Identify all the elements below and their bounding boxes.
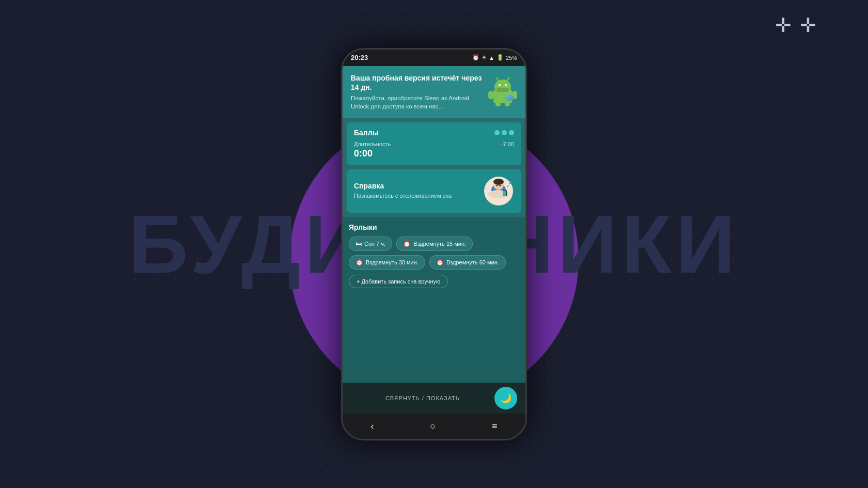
help-card[interactable]: Справка Познакомьтесь с отслеживанием сн… [347,169,521,213]
signal-icon: ▲ [489,55,494,61]
phone-frame: 20:23 ⏰ ☀ ▲ 🔋 25% Ваша пробная версия ис… [341,48,527,440]
score-dot-3 [509,130,514,135]
shortcut-nap-30[interactable]: ⏰ Вздремнуть 30 мин. [349,255,425,270]
scores-duration-row: Длительность 0:00 -7:00 [354,141,514,159]
help-title: Справка [354,182,478,190]
shortcut-nap-15[interactable]: ⏰ Вздремнуть 15 мин. [396,237,473,251]
status-time: 20:23 [351,54,368,61]
battery-icon: 🔋 [497,54,504,61]
svg-point-16 [493,179,504,185]
add-sleep-record-button[interactable]: + Добавить запись сна вручную [349,275,448,288]
mascot-svg [488,77,517,106]
collapse-text: СВЕРНУТЬ / ПОКАЗАТЬ [351,395,494,401]
svg-point-12 [505,94,510,98]
help-text: Справка Познакомьтесь с отслеживанием сн… [354,182,478,200]
plus-icon-1[interactable]: ✛ [775,15,792,35]
sleep-fab-button[interactable]: 🌙 [494,387,517,410]
recents-button[interactable]: ≡ [482,419,508,434]
scores-title: Баллы [354,129,379,137]
scores-card[interactable]: Баллы Длительность 0:00 -7:00 [347,122,521,165]
bottom-bar: СВЕРНУТЬ / ПОКАЗАТЬ 🌙 [343,383,525,414]
svg-rect-19 [503,191,506,196]
home-button[interactable]: ○ [420,419,446,434]
duration-value: -7:00 [501,141,514,147]
bed-icon: 🛏 [355,240,362,247]
score-dot-2 [502,130,507,135]
score-dot-1 [494,130,500,135]
shortcut-nap-30-label: Вздремнуть 30 мин. [366,259,419,265]
status-icons: ⏰ ☀ ▲ 🔋 25% [472,54,517,61]
scores-dots [494,130,514,135]
shortcut-nap-15-label: Вздремнуть 15 мин. [413,241,466,247]
svg-line-5 [507,77,509,81]
shortcuts-grid: 🛏 Сон 7 ч. ⏰ Вздремнуть 15 мин. ⏰ Вздрем… [349,237,519,288]
svg-rect-10 [497,88,509,92]
svg-point-2 [499,84,501,86]
scores-header: Баллы [354,129,514,137]
alarm-nap-30-icon: ⏰ [355,259,363,266]
svg-text:z: z [509,179,512,185]
svg-rect-6 [488,91,493,99]
shortcut-sleep-7h[interactable]: 🛏 Сон 7 ч. [349,237,392,251]
svg-rect-9 [505,102,510,106]
battery-percent: 25% [506,55,517,61]
help-subtitle: Познакомьтесь с отслеживанием сна [354,192,478,200]
sleep-icon-svg: z z [483,176,514,207]
svg-line-4 [496,77,499,81]
screen-content: Ваша пробная версия истечёт через 14 дн.… [343,66,525,414]
status-bar: 20:23 ⏰ ☀ ▲ 🔋 25% [343,50,525,66]
plus-icon-2[interactable]: ✛ [800,15,816,35]
shortcut-nap-60-label: Вздремнуть 60 мин. [446,259,499,265]
alarm-nap-60-icon: ⏰ [436,259,444,266]
shortcuts-title: Ярлыки [349,223,519,231]
alarm-nap-15-icon: ⏰ [403,240,411,247]
alarm-icon: ⏰ [472,54,479,61]
android-mascot [488,77,517,106]
trial-banner[interactable]: Ваша пробная версия истечёт через 14 дн.… [343,66,525,119]
duration-label: Длительность [354,141,391,147]
moon-icon: 🌙 [500,392,512,404]
sleep-tracking-icon: z z [483,176,514,207]
duration-time: 0:00 [354,148,391,159]
brightness-icon: ☀ [482,54,487,61]
svg-rect-8 [495,102,501,106]
back-button[interactable]: ‹ [360,419,384,434]
duration-info: Длительность 0:00 [354,141,391,159]
shortcut-nap-60[interactable]: ⏰ Вздремнуть 60 мин. [429,255,506,270]
shortcuts-section: Ярлыки 🛏 Сон 7 ч. ⏰ Вздремнуть 15 мин. ⏰… [343,217,525,382]
add-record-label: + Добавить запись сна вручную [357,278,440,285]
shortcut-sleep-7h-label: Сон 7 ч. [364,241,385,247]
trial-title: Ваша пробная версия истечёт через 14 дн. [351,73,482,92]
svg-point-3 [505,84,507,86]
trial-text: Ваша пробная версия истечёт через 14 дн.… [351,73,482,111]
phone-nav-bar: ‹ ○ ≡ [343,414,525,439]
trial-subtitle: Пожалуйста, приобретите Sleep as Android… [351,94,482,111]
plus-icons-group: ✛ ✛ [775,15,816,35]
